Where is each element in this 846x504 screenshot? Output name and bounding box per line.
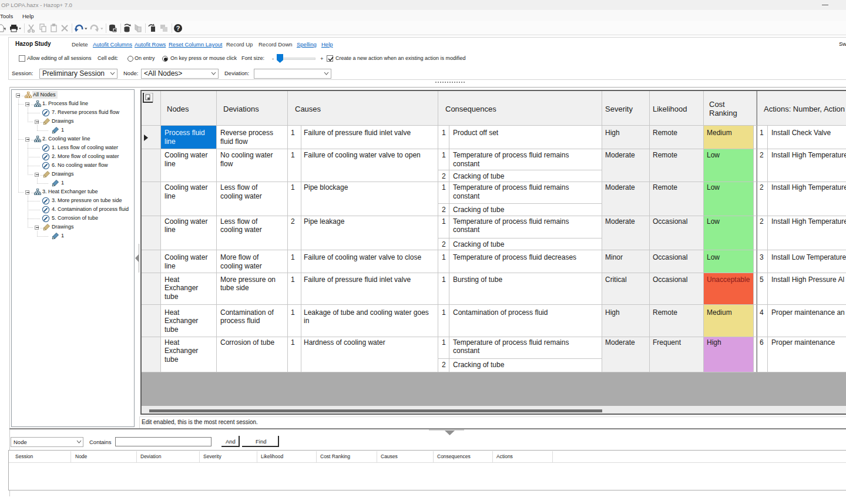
svg-text:?: ? bbox=[176, 25, 180, 32]
